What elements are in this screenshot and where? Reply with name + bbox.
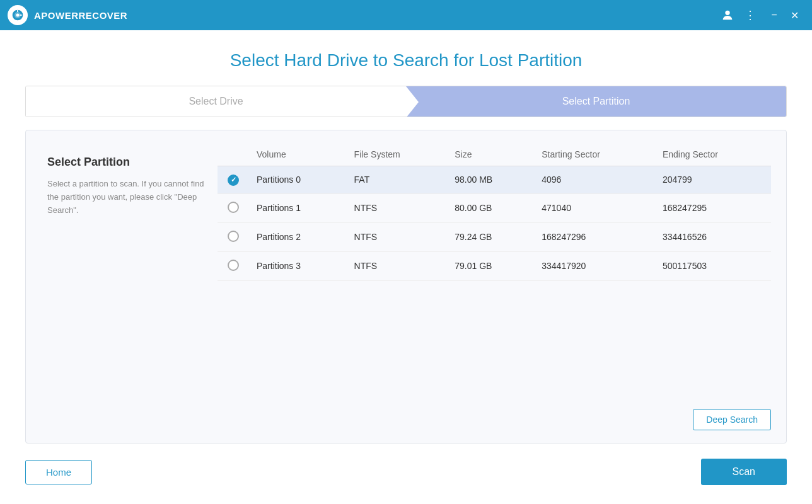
- app-icon: [8, 5, 28, 25]
- titlebar: APOWERRECOVER ⋮ − ✕: [0, 0, 812, 30]
- size-cell: 98.00 MB: [447, 166, 534, 194]
- bottom-nav: Home Scan: [25, 444, 787, 485]
- more-options-icon[interactable]: ⋮: [741, 6, 759, 24]
- filesystem-cell: NTFS: [347, 251, 448, 280]
- volume-cell: Partitions 3: [249, 251, 347, 280]
- minimize-button[interactable]: −: [764, 5, 784, 25]
- col-size: Size: [447, 143, 534, 166]
- col-volume: Volume: [249, 143, 347, 166]
- ending-sector-cell: 168247295: [655, 193, 771, 222]
- col-filesystem: File System: [347, 143, 448, 166]
- volume-cell: Partitions 2: [249, 222, 347, 251]
- starting-sector-cell: 4096: [534, 166, 655, 194]
- radio-button[interactable]: [228, 260, 239, 271]
- size-cell: 80.00 GB: [447, 193, 534, 222]
- radio-button[interactable]: [228, 175, 239, 186]
- radio-cell[interactable]: [218, 193, 249, 222]
- card-inner: Select Partition Select a partition to s…: [41, 143, 771, 399]
- radio-cell[interactable]: [218, 222, 249, 251]
- filesystem-cell: NTFS: [347, 193, 448, 222]
- col-ending-sector: Ending Sector: [655, 143, 771, 166]
- starting-sector-cell: 471040: [534, 193, 655, 222]
- step-select-partition[interactable]: Select Partition: [406, 86, 786, 117]
- left-panel-heading: Select Partition: [47, 156, 205, 169]
- steps-bar: Select Drive Select Partition: [25, 86, 787, 117]
- starting-sector-cell: 334417920: [534, 251, 655, 280]
- deep-search-button[interactable]: Deep Search: [693, 409, 771, 430]
- user-icon[interactable]: [719, 6, 736, 24]
- close-button[interactable]: ✕: [784, 5, 804, 25]
- table-row[interactable]: Partitions 2NTFS79.24 GB1682472963344165…: [218, 222, 771, 251]
- ending-sector-cell: 204799: [655, 166, 771, 194]
- radio-cell[interactable]: [218, 166, 249, 194]
- ending-sector-cell: 334416526: [655, 222, 771, 251]
- radio-cell[interactable]: [218, 251, 249, 280]
- page-title: Select Hard Drive to Search for Lost Par…: [25, 30, 787, 86]
- left-panel-description: Select a partition to scan. If you canno…: [47, 178, 205, 217]
- filesystem-cell: NTFS: [347, 222, 448, 251]
- table-header-row: Volume File System Size Starting Sector …: [218, 143, 771, 166]
- table-row[interactable]: Partitions 0FAT98.00 MB4096204799: [218, 166, 771, 194]
- radio-button[interactable]: [228, 202, 239, 213]
- app-name: APOWERRECOVER: [34, 10, 719, 21]
- size-cell: 79.24 GB: [447, 222, 534, 251]
- volume-cell: Partitions 1: [249, 193, 347, 222]
- size-cell: 79.01 GB: [447, 251, 534, 280]
- ending-sector-cell: 500117503: [655, 251, 771, 280]
- partition-table: Volume File System Size Starting Sector …: [218, 143, 771, 281]
- home-button[interactable]: Home: [25, 460, 92, 484]
- scan-button[interactable]: Scan: [701, 459, 787, 485]
- card-bottom: Deep Search: [41, 399, 771, 430]
- step-select-drive[interactable]: Select Drive: [26, 86, 406, 117]
- left-panel: Select Partition Select a partition to s…: [41, 143, 218, 399]
- col-radio: [218, 143, 249, 166]
- radio-button[interactable]: [228, 231, 239, 242]
- volume-cell: Partitions 0: [249, 166, 347, 194]
- svg-point-5: [725, 11, 729, 15]
- card: Select Partition Select a partition to s…: [25, 130, 787, 444]
- starting-sector-cell: 168247296: [534, 222, 655, 251]
- partition-table-panel: Volume File System Size Starting Sector …: [218, 143, 771, 399]
- col-starting-sector: Starting Sector: [534, 143, 655, 166]
- table-row[interactable]: Partitions 1NTFS80.00 GB471040168247295: [218, 193, 771, 222]
- main-content: Select Hard Drive to Search for Lost Par…: [0, 30, 812, 504]
- filesystem-cell: FAT: [347, 166, 448, 194]
- table-row[interactable]: Partitions 3NTFS79.01 GB3344179205001175…: [218, 251, 771, 280]
- svg-point-2: [16, 14, 20, 17]
